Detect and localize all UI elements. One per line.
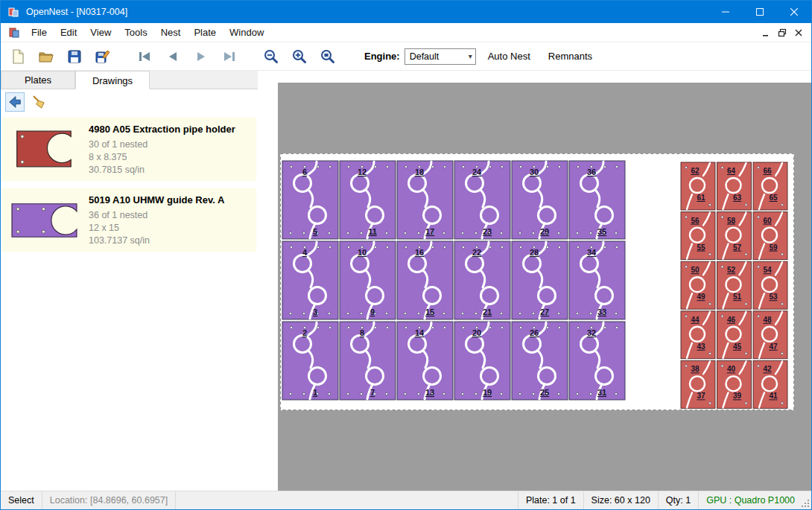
svg-text:60: 60 xyxy=(763,217,772,225)
svg-text:27: 27 xyxy=(540,307,549,316)
menu-edit[interactable]: Edit xyxy=(54,23,83,42)
svg-text:63: 63 xyxy=(733,194,742,202)
titlebar: OpenNest - [N0317-004] xyxy=(1,1,811,23)
open-folder-icon xyxy=(38,48,54,65)
remnants-button[interactable]: Remnants xyxy=(542,48,598,65)
svg-text:6: 6 xyxy=(302,168,307,176)
status-spacer xyxy=(176,491,518,509)
drawing-title: 4980 A05 Extraction pipe holder xyxy=(89,124,252,135)
next-plate-button[interactable] xyxy=(190,45,212,68)
menu-window[interactable]: Window xyxy=(223,23,270,42)
svg-text:33: 33 xyxy=(597,307,606,316)
svg-text:3: 3 xyxy=(313,307,317,316)
plate-svg[interactable]: 6512111817242330293635431091615222128273… xyxy=(280,153,794,410)
svg-text:8: 8 xyxy=(360,328,364,337)
nesting-workspace[interactable]: 6512111817242330293635431091615222128273… xyxy=(278,83,811,491)
broom-icon xyxy=(31,95,46,109)
statusbar: Select Location: [84.8696, 60.6957] Plat… xyxy=(1,491,811,509)
engine-select[interactable]: Default ▾ xyxy=(405,48,476,65)
drawing-info: 5019 A10 UHMW guide Rev. A 36 of 1 neste… xyxy=(84,193,252,247)
svg-text:39: 39 xyxy=(733,392,742,400)
svg-text:23: 23 xyxy=(483,227,492,236)
drawing-size: 8 x 8.375 xyxy=(89,151,252,164)
close-button[interactable] xyxy=(777,1,811,23)
grip-dots xyxy=(808,506,809,507)
zoom-fit-button[interactable] xyxy=(317,45,339,68)
drawing-nested-count: 30 of 1 nested xyxy=(89,138,252,151)
panel-tabs: Plates Drawings xyxy=(1,71,258,89)
minimize-icon xyxy=(722,8,729,16)
status-plate-count: Plate: 1 of 1 xyxy=(518,491,583,509)
zoom-in-icon xyxy=(291,48,308,65)
mdi-close-button[interactable] xyxy=(790,25,807,40)
drawing-title: 5019 A10 UHMW guide Rev. A xyxy=(89,194,252,205)
clear-parts-button[interactable] xyxy=(29,92,48,112)
svg-text:37: 37 xyxy=(697,392,705,400)
auto-nest-button[interactable]: Auto Nest xyxy=(482,48,536,65)
tab-drawings[interactable]: Drawings xyxy=(75,71,150,89)
first-plate-button[interactable] xyxy=(133,45,156,68)
last-arrow-icon xyxy=(221,48,238,65)
svg-text:49: 49 xyxy=(697,293,705,301)
zoom-in-button[interactable] xyxy=(288,45,311,68)
zoom-fit-icon xyxy=(320,48,336,65)
svg-text:24: 24 xyxy=(472,168,482,176)
drawing-nested-count: 36 of 1 nested xyxy=(89,209,252,222)
part-thumbnail-uhmw-guide xyxy=(7,193,84,247)
svg-text:42: 42 xyxy=(763,365,772,373)
next-arrow-icon xyxy=(193,48,209,65)
svg-text:65: 65 xyxy=(769,194,778,202)
svg-text:7: 7 xyxy=(370,388,375,397)
list-item[interactable]: 5019 A10 UHMW guide Rev. A 36 of 1 neste… xyxy=(2,188,256,252)
return-part-button[interactable] xyxy=(5,92,25,112)
list-item[interactable]: 4980 A05 Extraction pipe holder 30 of 1 … xyxy=(2,118,256,181)
main-content: Plates Drawings xyxy=(1,71,811,491)
svg-text:28: 28 xyxy=(530,248,539,257)
save-button[interactable] xyxy=(63,45,86,68)
drawings-toolbar xyxy=(1,89,258,115)
menu-nest[interactable]: Nest xyxy=(154,23,188,42)
last-plate-button[interactable] xyxy=(218,45,241,68)
mdi-restore-button[interactable] xyxy=(774,25,790,40)
svg-text:31: 31 xyxy=(597,388,606,397)
svg-text:48: 48 xyxy=(763,316,772,324)
first-arrow-icon xyxy=(136,48,153,65)
app-window: OpenNest - [N0317-004] File Edit View To… xyxy=(0,0,812,510)
svg-text:14: 14 xyxy=(415,328,425,337)
drawing-size: 12 x 15 xyxy=(89,222,252,235)
window-title: OpenNest - [N0317-004] xyxy=(26,7,127,17)
tab-plates[interactable]: Plates xyxy=(1,71,75,89)
drawing-area: 30.7815 sq/in xyxy=(89,164,252,176)
drawing-info: 4980 A05 Extraction pipe holder 30 of 1 … xyxy=(84,122,252,176)
mdi-minimize-button[interactable] xyxy=(758,25,774,40)
previous-arrow-icon xyxy=(165,48,181,65)
maximize-button[interactable] xyxy=(743,1,777,23)
drawings-list: 4980 A05 Extraction pipe holder 30 of 1 … xyxy=(1,115,258,491)
minimize-button[interactable] xyxy=(708,1,743,23)
menu-file[interactable]: File xyxy=(25,23,54,42)
menu-tools[interactable]: Tools xyxy=(118,23,153,42)
svg-text:2: 2 xyxy=(302,328,307,337)
plate[interactable]: 6512111817242330293635431091615222128273… xyxy=(280,153,794,410)
blue-left-arrow-icon xyxy=(7,95,22,109)
resize-grip[interactable] xyxy=(802,491,811,509)
svg-text:54: 54 xyxy=(763,266,772,274)
save-as-button[interactable] xyxy=(92,45,114,68)
menu-plate[interactable]: Plate xyxy=(187,23,223,42)
previous-plate-button[interactable] xyxy=(162,45,184,68)
svg-text:18: 18 xyxy=(415,168,424,176)
open-button[interactable] xyxy=(35,45,57,68)
new-page-icon xyxy=(10,48,26,65)
maximize-icon xyxy=(756,8,764,16)
zoom-out-button[interactable] xyxy=(260,45,282,68)
red-part-shape xyxy=(14,128,77,171)
new-button[interactable] xyxy=(7,45,29,68)
zoom-out-icon xyxy=(263,48,279,65)
svg-text:58: 58 xyxy=(727,217,736,225)
svg-text:53: 53 xyxy=(769,293,778,301)
menu-view[interactable]: View xyxy=(83,23,118,42)
engine-selected-value: Default xyxy=(410,51,440,62)
svg-text:47: 47 xyxy=(769,342,778,351)
status-qty: Qty: 1 xyxy=(658,491,698,509)
svg-text:25: 25 xyxy=(540,388,549,397)
